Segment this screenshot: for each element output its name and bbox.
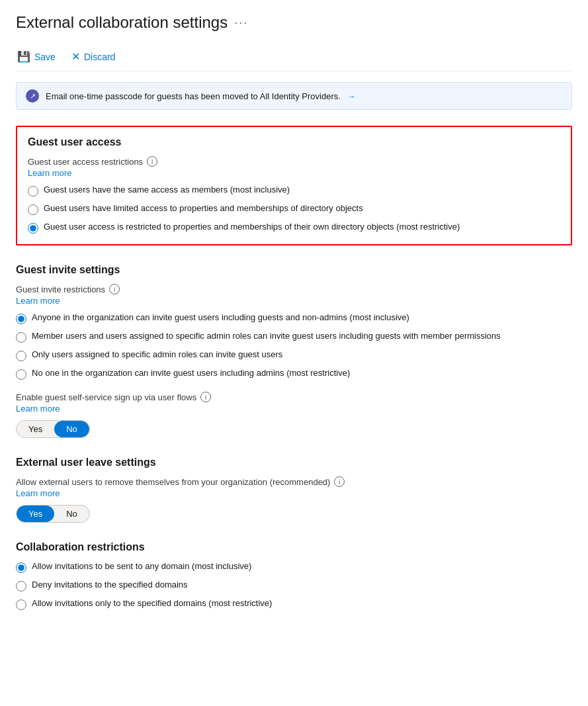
guest-invite-learn-more[interactable]: Learn more [16,296,572,306]
guest-user-access-title: Guest user access [28,136,560,148]
guest-access-option-1[interactable]: Guest users have limited access to prope… [28,203,560,215]
guest-invite-option-1[interactable]: Member users and users assigned to speci… [16,331,572,343]
self-service-toggle-group: Yes No [16,420,90,438]
guest-invite-option-0[interactable]: Anyone in the organization can invite gu… [16,312,572,324]
notification-icon [26,89,39,103]
external-user-leave-title: External user leave settings [16,457,572,468]
page-title-ellipsis: ··· [234,16,248,30]
guest-access-option-2[interactable]: Guest user access is restricted to prope… [28,222,560,234]
save-button[interactable]: 💾 Save [16,48,57,66]
guest-access-radio-2[interactable] [28,223,38,234]
discard-button[interactable]: ✕ Discard [70,48,116,66]
guest-invite-radio-group: Anyone in the organization can invite gu… [16,312,572,380]
guest-access-option-0[interactable]: Guest users have the same access as memb… [28,185,560,197]
guest-invite-settings-section: Guest invite settings Guest invite restr… [16,264,572,438]
page-title: External collaboration settings ··· [16,13,572,32]
collab-radio-0[interactable] [16,562,26,573]
self-service-learn-more[interactable]: Learn more [16,404,572,414]
collaboration-restrictions-section: Collaboration restrictions Allow invitat… [16,541,572,610]
guest-invite-option-2[interactable]: Only users assigned to specific admin ro… [16,349,572,361]
collab-option-2[interactable]: Allow invitations only to the specified … [16,598,572,610]
collab-option-1[interactable]: Deny invitations to the specified domain… [16,580,572,592]
guest-access-restrictions-label: Guest user access restrictions i [28,156,560,167]
guest-invite-info-icon: i [109,284,120,294]
guest-access-info-icon: i [147,156,157,167]
external-leave-no-button[interactable]: No [54,506,89,522]
self-service-info-icon: i [200,392,211,402]
self-service-no-button[interactable]: No [54,421,89,437]
notification-arrow[interactable]: → [347,91,355,101]
collab-option-0[interactable]: Allow invitations to be sent to any doma… [16,561,572,573]
guest-invite-option-3[interactable]: No one in the organization can invite gu… [16,368,572,380]
external-user-leave-label: Allow external users to remove themselve… [16,476,572,487]
self-service-label: Enable guest self-service sign up via us… [16,392,572,402]
save-label: Save [34,52,56,62]
external-user-leave-toggle-group: Yes No [16,505,90,523]
guest-invite-radio-0[interactable] [16,314,26,324]
external-user-leave-section: External user leave settings Allow exter… [16,457,572,523]
guest-invite-settings-title: Guest invite settings [16,264,572,276]
self-service-signup-subsection: Enable guest self-service sign up via us… [16,392,572,438]
external-user-leave-learn-more[interactable]: Learn more [16,488,572,498]
self-service-yes-button[interactable]: Yes [17,421,54,437]
external-leave-yes-button[interactable]: Yes [17,506,54,522]
guest-access-radio-0[interactable] [28,186,38,197]
guest-access-radio-1[interactable] [28,204,38,215]
toolbar: 💾 Save ✕ Discard [16,42,572,71]
notification-bar: Email one-time passcode for guests has b… [16,82,572,110]
guest-invite-radio-3[interactable] [16,369,26,380]
guest-access-radio-group: Guest users have the same access as memb… [28,185,560,234]
collab-radio-2[interactable] [16,599,26,610]
notification-text: Email one-time passcode for guests has b… [46,91,355,101]
guest-invite-radio-2[interactable] [16,351,26,361]
guest-invite-restrictions-label: Guest invite restrictions i [16,284,572,294]
external-user-leave-info-icon: i [334,476,345,487]
save-icon: 💾 [17,50,30,63]
discard-label: Discard [84,52,115,62]
guest-invite-radio-1[interactable] [16,332,26,343]
collab-radio-1[interactable] [16,581,26,592]
collaboration-restrictions-radio-group: Allow invitations to be sent to any doma… [16,561,572,610]
guest-access-learn-more[interactable]: Learn more [28,168,560,178]
guest-user-access-section: Guest user access Guest user access rest… [16,126,572,245]
collaboration-restrictions-title: Collaboration restrictions [16,541,572,553]
discard-icon: ✕ [71,50,80,63]
page-title-text: External collaboration settings [16,13,228,32]
